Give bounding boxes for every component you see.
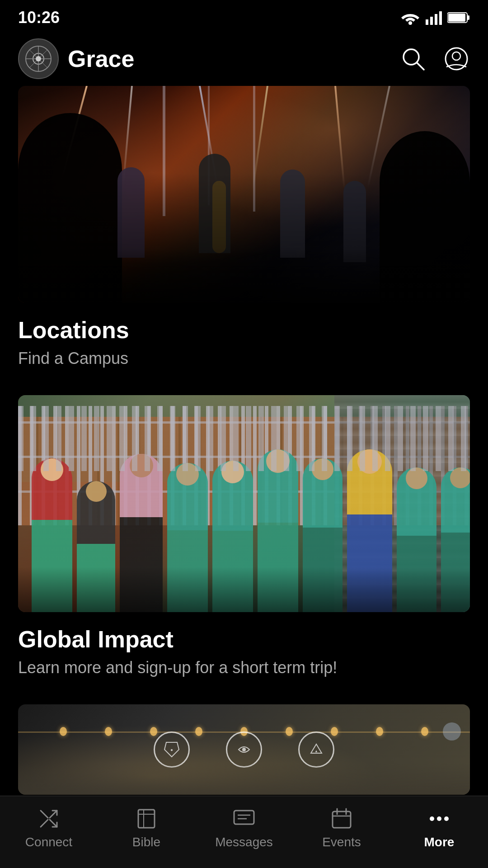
app-logo[interactable] [18,38,59,79]
svg-point-21 [242,748,246,751]
more-label: More [424,835,455,849]
header-right [399,45,470,72]
locations-card-image [18,86,470,303]
locations-title: Locations [18,316,470,344]
svg-text:▲: ▲ [314,749,318,753]
app-title: Grace [68,45,134,72]
svg-rect-27 [138,810,155,828]
messages-icon [231,806,257,831]
status-icons [400,10,470,25]
svg-rect-6 [467,15,469,20]
app-header: Grace [0,32,488,86]
nav-more[interactable]: More [390,806,488,849]
battery-icon [447,11,470,24]
svg-point-38 [437,816,441,821]
status-bar: 10:26 [0,0,488,32]
svg-rect-2 [430,17,433,25]
nav-messages[interactable]: Messages [195,806,293,849]
events-icon [329,806,354,831]
event-icon-1: ● [154,731,190,768]
svg-point-0 [408,21,412,25]
bible-icon [134,806,159,831]
wifi-icon [400,10,420,25]
svg-line-23 [41,820,48,827]
search-button[interactable] [399,45,427,72]
search-icon [401,47,425,71]
svg-line-25 [41,811,48,818]
event-overlay-icons: ● ▲ [154,731,334,768]
profile-button[interactable] [443,45,470,72]
locations-card[interactable]: Locations Find a Campus [18,86,470,368]
connect-label: Connect [25,835,72,849]
nav-bible[interactable]: Bible [98,806,195,849]
svg-rect-30 [234,811,254,824]
svg-rect-4 [439,11,442,25]
bible-label: Bible [132,835,160,849]
third-card-image: ● ▲ [18,704,470,795]
svg-rect-7 [448,14,465,22]
locations-subtitle: Find a Campus [18,349,470,368]
more-icon [427,806,452,831]
nav-events[interactable]: Events [293,806,390,849]
svg-point-14 [36,57,41,61]
svg-rect-1 [426,19,428,25]
global-impact-subtitle: Learn more and sign-up for a short term … [18,658,470,677]
header-left: Grace [18,38,134,79]
concert-background [18,86,470,303]
global-impact-card[interactable]: Global Impact Learn more and sign-up for… [18,395,470,677]
event-background: ● ▲ [18,704,470,795]
svg-rect-33 [333,811,351,828]
status-time: 10:26 [18,8,60,27]
main-content: Locations Find a Campus [0,86,488,796]
grace-logo-icon [25,45,52,72]
events-label: Events [322,835,361,849]
group-background [18,395,470,612]
global-impact-card-content: Global Impact Learn more and sign-up for… [18,626,470,677]
svg-point-37 [430,816,434,821]
connect-icon [36,806,61,831]
svg-line-24 [50,811,57,818]
locations-card-title: Locations Find a Campus [18,316,470,368]
global-impact-title: Global Impact [18,626,470,653]
svg-text:●: ● [170,747,173,752]
svg-rect-3 [435,14,437,25]
nav-connect[interactable]: Connect [0,806,98,849]
svg-line-26 [50,820,57,827]
profile-icon [445,47,468,71]
global-impact-card-image [18,395,470,612]
messages-label: Messages [215,835,273,849]
svg-line-16 [417,63,424,70]
bottom-nav: Connect Bible Messages [0,796,488,868]
svg-point-18 [452,52,460,60]
third-card[interactable]: ● ▲ [18,704,470,795]
event-icon-2 [226,731,262,768]
signal-icon [426,10,442,25]
svg-point-39 [444,816,449,821]
event-icon-3: ▲ [298,731,334,768]
